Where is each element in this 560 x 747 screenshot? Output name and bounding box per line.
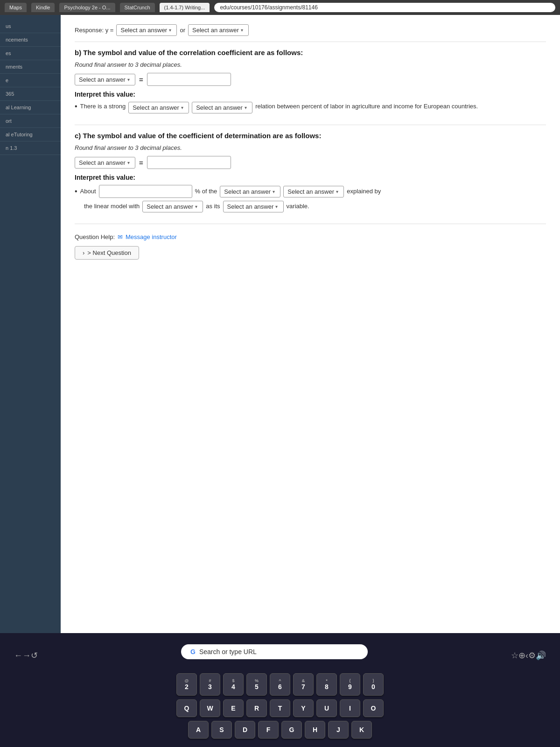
section-c-select1[interactable]: Select an answer [220,186,280,197]
key-a[interactable]: A [188,721,209,739]
key-9[interactable]: (9 [340,673,360,696]
section-b-interpret-title: Interpret this value: [75,91,546,98]
keyboard-number-row: @2 #3 $4 %5 ^6 &7 *8 (9 )0 [5,673,555,696]
linear-label: the linear model with [84,202,140,211]
as-its-label: as its [206,202,220,211]
question-help-label: Question Help: [75,233,115,240]
nav-bar: ← → ↺ G Search or type URL ☆ ⊕ ‹ ⚙ 🔊 [5,642,555,669]
section-c-value-input[interactable] [147,156,231,169]
volume-icon[interactable]: 🔊 [536,650,546,661]
key-4[interactable]: $4 [223,673,244,696]
key-g[interactable]: G [281,721,302,739]
key-o[interactable]: O [363,699,384,717]
key-7[interactable]: &7 [293,673,314,696]
section-c-select[interactable]: Select an answer [75,157,135,169]
key-r[interactable]: R [246,699,267,717]
key-d[interactable]: D [235,721,255,739]
main-content: Response: y = Select an answer or Select… [61,15,560,633]
key-j[interactable]: J [328,721,349,739]
section-c: c) The symbol and value of the coefficie… [75,131,546,212]
sidebar-item-es[interactable]: es [0,47,61,60]
response-select1[interactable]: Select an answer [116,24,177,36]
key-i[interactable]: I [340,699,360,717]
explained-label: explained by [347,187,381,197]
next-question-button[interactable]: › > Next Question [75,246,139,260]
key-2[interactable]: @2 [176,673,197,696]
back-icon[interactable]: ← [14,651,22,661]
about-text-input[interactable] [99,185,192,198]
key-t[interactable]: T [270,699,290,717]
sidebar-item-us[interactable]: us [0,20,61,33]
key-k[interactable]: K [351,721,372,739]
section-b-equals: = [139,76,143,84]
about-label: About [80,187,96,197]
next-label: > Next Question [87,249,131,256]
url-text: edu/courses/10176/assignments/81146 [220,4,317,11]
sidebar-item-n13[interactable]: n 1.3 [0,141,61,155]
section-c-linear-row: the linear model with Select an answer a… [75,201,546,212]
section-c-interpret-title: Interpret this value: [75,174,546,181]
response-select2[interactable]: Select an answer [188,24,249,36]
section-c-select4[interactable]: Select an answer [223,201,284,212]
section-b-value-input[interactable] [147,73,231,86]
section-b-strong-select2[interactable]: Select an answer [192,102,252,113]
key-s[interactable]: S [211,721,232,739]
search-bar[interactable]: G Search or type URL [181,644,368,659]
section-b-strong-select1[interactable]: Select an answer [128,102,189,113]
divider-2 [75,125,546,125]
key-8[interactable]: *8 [316,673,337,696]
address-bar[interactable]: edu/courses/10176/assignments/81146 [214,3,555,12]
forward-icon[interactable]: → [22,651,31,661]
tab-kindle[interactable]: Kindle [31,3,55,12]
message-instructor-link[interactable]: Message instructor [126,233,177,240]
sidebar-item-al-learning[interactable]: al Learning [0,101,61,114]
key-5[interactable]: %5 [246,673,267,696]
sidebar-item-ncements[interactable]: ncements [0,33,61,47]
percent-label: % of the [195,187,217,197]
section-b-bullet-text: There is a strong [80,102,126,112]
key-0[interactable]: )0 [363,673,384,696]
google-icon: G [190,648,196,655]
variable-label: variable. [287,202,309,211]
response-row: Response: y = Select an answer or Select… [75,24,546,36]
section-b-bullet-row: • There is a strong Select an answer Sel… [75,102,546,113]
tab-writing[interactable]: (1.4-1.7) Writing... [160,3,210,12]
sidebar-item-etutoring[interactable]: al eTutoring [0,128,61,141]
reload-icon[interactable]: ↺ [31,650,38,661]
section-b-title: b) The symbol and value of the correlati… [75,48,546,57]
tab-maps[interactable]: Maps [5,3,27,12]
key-6[interactable]: ^6 [270,673,290,696]
key-3[interactable]: #3 [200,673,220,696]
section-b: b) The symbol and value of the correlati… [75,48,546,113]
star-icon[interactable]: ☆ [511,650,518,661]
key-f[interactable]: F [258,721,279,739]
section-c-equals: = [139,159,143,167]
sidebar-item-ort[interactable]: ort [0,114,61,128]
section-c-round-note: Round final answer to 3 decimal places. [75,144,546,151]
key-h[interactable]: H [305,721,325,739]
section-c-select2[interactable]: Select an answer [283,186,344,197]
section-c-about-row: • About % of the Select an answer Select… [75,185,546,198]
section-b-answer-row: Select an answer = [75,73,546,86]
key-y[interactable]: Y [293,699,314,717]
next-icon: › [83,249,84,256]
key-e[interactable]: E [223,699,244,717]
section-b-suffix: relation between percent of labor in agr… [255,102,478,112]
section-c-answer-row: Select an answer = [75,156,546,169]
tab-psychology[interactable]: Psychology 2e - O... [59,3,115,12]
sidebar-item-365[interactable]: 365 [0,87,61,101]
key-w[interactable]: W [200,699,220,717]
plus-icon[interactable]: ⊕ [518,650,525,661]
key-q[interactable]: Q [176,699,197,717]
section-c-select3[interactable]: Select an answer [142,201,203,212]
tab-statcrunch[interactable]: StatCrunch [120,3,155,12]
section-b-round-note: Round final answer to 3 decimal places. [75,61,546,68]
section-b-select[interactable]: Select an answer [75,74,135,85]
settings-icon[interactable]: ⚙ [528,650,536,661]
sidebar-item-e[interactable]: e [0,74,61,87]
response-or-label: or [180,27,185,34]
key-u[interactable]: U [316,699,337,717]
bullet-icon-2: • [75,187,77,196]
sidebar-item-nments[interactable]: nments [0,60,61,74]
keyboard-asdf-row: A S D F G H J K [5,721,555,739]
